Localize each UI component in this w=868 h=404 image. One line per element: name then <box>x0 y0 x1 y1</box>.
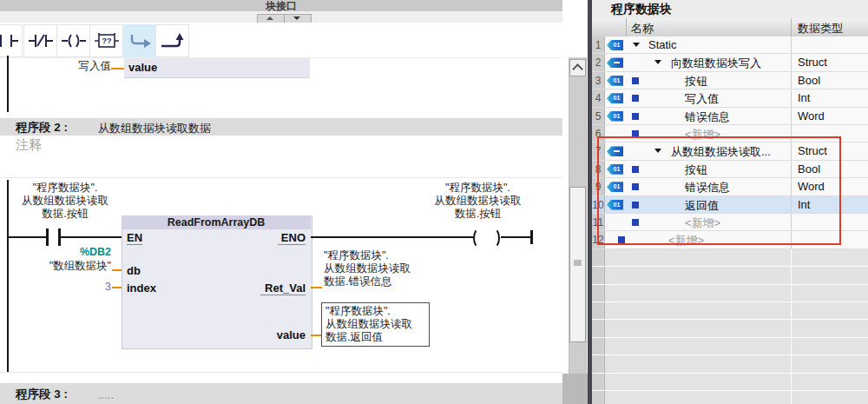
empty-table-row[interactable] <box>592 302 868 320</box>
row-type[interactable]: Bool <box>798 74 820 87</box>
pin-wire <box>111 68 124 70</box>
empty-table-row[interactable] <box>592 338 868 355</box>
contact-nc-icon <box>29 32 53 50</box>
expand-arrow-icon[interactable] <box>654 60 661 64</box>
table-row[interactable]: 2向数组数据块写入Struct <box>592 54 868 71</box>
column-gridline <box>791 89 792 106</box>
pin-wire <box>112 287 122 288</box>
db-address[interactable]: %DB2 <box>35 246 111 259</box>
triangle-down-icon <box>293 17 300 20</box>
db-name-operand[interactable]: "数组数据块" <box>9 260 111 273</box>
table-row[interactable]: 301按钮Bool <box>592 72 868 89</box>
pin-wire <box>311 287 322 288</box>
row-name[interactable]: 按钮 <box>685 74 707 89</box>
column-gridline <box>791 108 792 124</box>
block-bottom-fragment[interactable]: value <box>124 58 310 78</box>
network2-comment[interactable]: 注释 <box>16 137 42 154</box>
open-branch-button[interactable] <box>122 24 156 57</box>
empty-table-row[interactable] <box>592 320 868 337</box>
lad-toolbar: ?? <box>0 23 562 58</box>
table-row[interactable]: 101Static <box>592 36 868 54</box>
network2-label: 程序段 2 : <box>16 120 68 136</box>
row-number <box>592 285 605 301</box>
row-number <box>592 338 605 354</box>
coil-operand-label[interactable]: "程序数据块". 从数组数据块读取 数据.按钮 <box>406 182 549 221</box>
table-row[interactable]: 401写入值Int <box>592 89 868 107</box>
header-separator <box>626 18 627 36</box>
row-type[interactable]: Struct <box>798 56 827 69</box>
column-header-type[interactable]: 数据类型 <box>798 21 843 36</box>
empty-table-row[interactable] <box>592 374 868 391</box>
contact-no-button[interactable] <box>0 24 23 57</box>
retval-operand-label[interactable]: "程序数据块". 从数组数据块读取 数据.错误信息 <box>324 249 411 288</box>
row-name[interactable]: 向数组数据块写入 <box>671 56 761 71</box>
index-pin[interactable]: index <box>127 281 156 295</box>
empty-table-row[interactable] <box>592 355 868 373</box>
empty-box-icon: ?? <box>95 32 119 50</box>
index-constant[interactable]: 3 <box>87 281 111 294</box>
column-gridline <box>791 249 792 266</box>
editor-scrollbar[interactable] <box>569 57 587 374</box>
empty-table-row[interactable] <box>592 249 868 267</box>
close-branch-button[interactable] <box>155 24 189 57</box>
column-gridline <box>791 302 792 319</box>
row-name[interactable]: Static <box>648 38 677 51</box>
empty-table-row[interactable] <box>592 285 868 302</box>
scrollbar-thumb[interactable] <box>569 187 586 342</box>
network3-header-bar[interactable]: 程序段 3 : ..... <box>0 383 562 404</box>
svg-text:??: ?? <box>102 36 111 45</box>
contact-operand-label[interactable]: "程序数据块". 从数组数据块读取 数据.按钮 <box>9 182 122 221</box>
column-gridline <box>791 320 792 336</box>
scroll-up-button[interactable] <box>569 59 586 76</box>
row-number <box>592 374 605 390</box>
member-marker-icon <box>632 95 639 102</box>
row-type[interactable]: Word <box>798 109 825 123</box>
en-pin[interactable]: EN <box>127 231 142 245</box>
eno-pin[interactable]: ENO <box>278 231 306 245</box>
table-row[interactable]: 501错误信息Word <box>592 108 868 125</box>
block-interface-title: 块接口 <box>0 0 562 12</box>
coil-element[interactable] <box>473 228 486 248</box>
datablock-tag-icon: 01 <box>607 111 623 122</box>
network2-header-bar[interactable]: 程序段 2 : 从数组数据块读取数据 <box>0 118 562 136</box>
column-gridline <box>791 267 792 283</box>
row-type[interactable]: Int <box>798 91 810 104</box>
value-operand-box[interactable]: "程序数据块". 从数组数据块读取 数据.返回值 <box>321 302 430 347</box>
retval-pin[interactable]: Ret_Val <box>260 281 306 295</box>
function-block-title[interactable]: ReadFromArrayDB <box>122 215 311 229</box>
chevron-up-icon <box>572 63 583 75</box>
coil-element[interactable] <box>487 228 500 248</box>
column-gridline <box>791 72 792 89</box>
contact-nc-button[interactable] <box>23 24 57 57</box>
network3-title: ..... <box>98 388 114 401</box>
network2-title: 从数组数据块读取数据 <box>98 121 211 136</box>
empty-table-row[interactable] <box>592 391 868 404</box>
row-number <box>592 249 605 266</box>
column-gridline <box>791 285 792 301</box>
column-gridline <box>791 374 792 390</box>
triangle-up-icon <box>266 17 273 20</box>
contact-element[interactable] <box>46 228 49 246</box>
row-name[interactable]: 写入值 <box>685 91 719 107</box>
expand-arrow-icon[interactable] <box>633 43 640 47</box>
row-number: 1 <box>592 36 605 53</box>
pin-wire <box>311 334 321 336</box>
canvas-bottom-line <box>0 372 562 373</box>
empty-box-button[interactable]: ?? <box>89 24 123 57</box>
coil-button[interactable] <box>56 24 90 57</box>
row-number: 4 <box>592 89 605 106</box>
column-gridline <box>791 391 792 404</box>
column-gridline <box>791 36 792 53</box>
empty-table-row[interactable] <box>592 267 868 284</box>
row-name[interactable]: 错误信息 <box>685 109 730 125</box>
power-rail <box>7 56 9 112</box>
operand-label[interactable]: 写入值 <box>35 60 111 73</box>
column-gridline <box>791 338 792 354</box>
pin-wire <box>112 269 122 271</box>
column-header-name[interactable]: 名称 <box>631 21 654 36</box>
value-pin[interactable]: value <box>266 328 306 341</box>
row-number <box>592 320 605 336</box>
db-pin[interactable]: db <box>127 264 141 277</box>
rung-wire <box>61 236 122 238</box>
coil-icon <box>62 32 86 50</box>
